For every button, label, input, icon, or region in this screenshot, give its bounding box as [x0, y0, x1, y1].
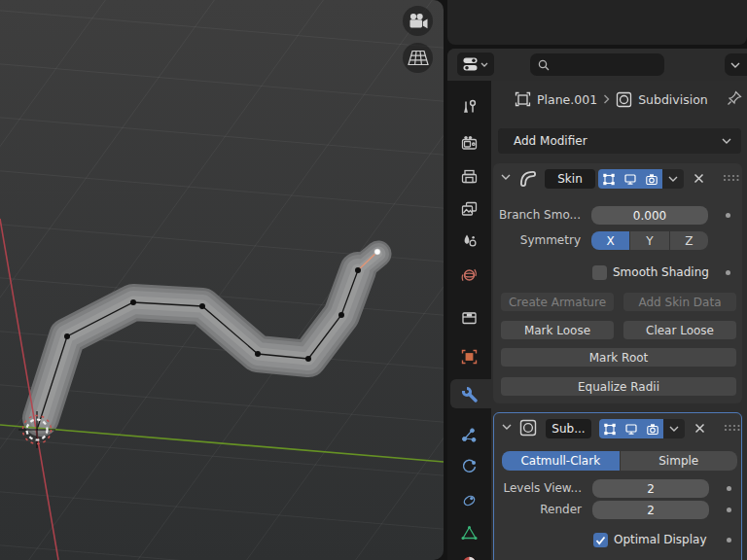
properties-content: Plane.001 Subdivision Add Modifier: [491, 81, 747, 560]
levels-render-field[interactable]: 2: [592, 501, 709, 519]
search-box[interactable]: [530, 53, 664, 76]
modifiers-wrench-icon: [461, 386, 479, 402]
tab-particles[interactable]: [447, 422, 491, 449]
skin-panel-header[interactable]: Skin: [493, 163, 742, 192]
outliner-editor: [447, 0, 747, 45]
skin-display-toggles: [598, 169, 684, 189]
3d-viewport[interactable]: [0, 0, 444, 560]
skin-name-field[interactable]: Skin: [545, 169, 595, 189]
edit-mode-toggle[interactable]: [599, 419, 621, 438]
breadcrumb-object[interactable]: Plane.001: [537, 92, 597, 107]
levels-render-label: Render: [494, 501, 582, 518]
branch-smoothing-field[interactable]: 0.000: [591, 206, 708, 225]
subdivision-modifier-icon: [616, 91, 632, 108]
tab-tool[interactable]: [447, 93, 491, 121]
tab-collection[interactable]: [447, 304, 491, 332]
tab-view-layer[interactable]: [447, 195, 491, 223]
selected-vertex[interactable]: [374, 249, 381, 256]
symmetry-y-button[interactable]: Y: [630, 231, 668, 250]
mark-loose-button[interactable]: Mark Loose: [501, 321, 614, 339]
subdivision-modifier-icon: [518, 418, 538, 438]
editor-type-button[interactable]: [457, 52, 494, 76]
tab-output[interactable]: [447, 163, 491, 191]
symmetry-x-button[interactable]: X: [591, 231, 629, 250]
catmull-clark-button[interactable]: Catmull-Clark: [502, 451, 620, 471]
remove-modifier-button[interactable]: [692, 421, 707, 435]
skin-modifier-icon: [517, 168, 537, 188]
close-icon: [694, 173, 704, 184]
simple-button[interactable]: Simple: [621, 451, 738, 471]
chevron-down-icon: [722, 138, 731, 144]
tab-modifiers[interactable]: [447, 380, 491, 407]
tab-scene[interactable]: [447, 228, 491, 255]
realtime-toggle[interactable]: [621, 419, 642, 438]
render-toggle[interactable]: [641, 169, 662, 189]
constraints-icon: [461, 493, 478, 508]
drag-grip-icon[interactable]: [723, 174, 740, 182]
keyframe-decorator[interactable]: [727, 538, 731, 542]
tab-material[interactable]: [447, 549, 491, 560]
camera-view-gizmo[interactable]: [403, 6, 433, 36]
camera-view-icon: [408, 13, 429, 30]
collection-box-icon: [461, 310, 478, 326]
world-icon: [461, 267, 478, 283]
chevron-down-icon: [668, 176, 678, 182]
optimal-display-checkbox[interactable]: [593, 533, 608, 547]
keyframe-decorator[interactable]: [726, 270, 730, 275]
subdivision-type-buttons: Catmull-Clark Simple: [502, 451, 737, 471]
modifier-extras-dropdown[interactable]: [663, 419, 685, 438]
clear-loose-button[interactable]: Clear Loose: [623, 321, 736, 339]
grid-toggle-gizmo[interactable]: [403, 43, 433, 73]
monitor-icon: [623, 173, 637, 186]
blender-window: Plane.001 Subdivision Add Modifier: [0, 0, 747, 560]
render-toggle[interactable]: [642, 419, 663, 438]
view-layer-images-icon: [461, 201, 478, 217]
tool-icon: [461, 99, 478, 115]
branch-smoothing-label: Branch Smo...: [493, 206, 581, 224]
pin-button[interactable]: [725, 88, 744, 108]
collapse-chevron-icon[interactable]: [502, 424, 512, 430]
properties-tab-rail: [447, 81, 491, 560]
chevron-down-icon: [480, 62, 488, 67]
physics-icon: [461, 459, 478, 474]
add-modifier-button[interactable]: Add Modifier: [498, 128, 741, 154]
breadcrumb-modifier[interactable]: Subdivision: [638, 92, 708, 107]
smooth-shading-label: Smooth Shading: [613, 265, 709, 280]
tab-world[interactable]: [447, 262, 491, 289]
drag-grip-icon[interactable]: [724, 424, 741, 432]
keyframe-decorator[interactable]: [727, 508, 731, 512]
subdivision-panel-header[interactable]: Sub...: [494, 413, 741, 442]
tab-constraints[interactable]: [447, 487, 491, 514]
chevron-right-icon: [603, 94, 610, 104]
tab-object-data[interactable]: [447, 519, 491, 546]
display-options-button[interactable]: [725, 53, 747, 76]
material-icon: [461, 555, 478, 560]
realtime-toggle[interactable]: [620, 169, 641, 189]
object-icon: [461, 349, 478, 365]
add-skin-data-button[interactable]: Add Skin Data: [623, 293, 736, 311]
keyframe-decorator[interactable]: [726, 213, 730, 218]
levels-viewport-field[interactable]: 2: [592, 479, 709, 498]
camera-icon: [645, 173, 658, 186]
tab-render[interactable]: [447, 129, 491, 157]
chevron-down-icon: [669, 426, 679, 432]
optimal-display-label: Optimal Display: [614, 533, 707, 547]
mark-root-button[interactable]: Mark Root: [501, 348, 736, 367]
smooth-shading-checkbox[interactable]: [592, 265, 607, 280]
scene-icon: [461, 233, 478, 249]
subdivision-name-field[interactable]: Sub...: [546, 419, 591, 438]
chevron-down-icon: [730, 62, 740, 68]
remove-modifier-button[interactable]: [691, 171, 706, 185]
keyframe-decorator[interactable]: [727, 486, 731, 491]
collapse-chevron-icon[interactable]: [501, 174, 511, 180]
tab-physics[interactable]: [447, 453, 491, 480]
skin-modifier-panel: Skin: [493, 163, 742, 403]
edit-mode-toggle[interactable]: [598, 169, 620, 189]
search-input[interactable]: [555, 57, 657, 73]
tab-object[interactable]: [447, 343, 491, 370]
levels-viewport-label: Levels View...: [494, 479, 582, 497]
modifier-extras-dropdown[interactable]: [662, 169, 684, 189]
symmetry-z-button[interactable]: Z: [670, 231, 708, 250]
equalize-radii-button[interactable]: Equalize Radii: [501, 377, 736, 396]
create-armature-button[interactable]: Create Armature: [501, 293, 614, 311]
